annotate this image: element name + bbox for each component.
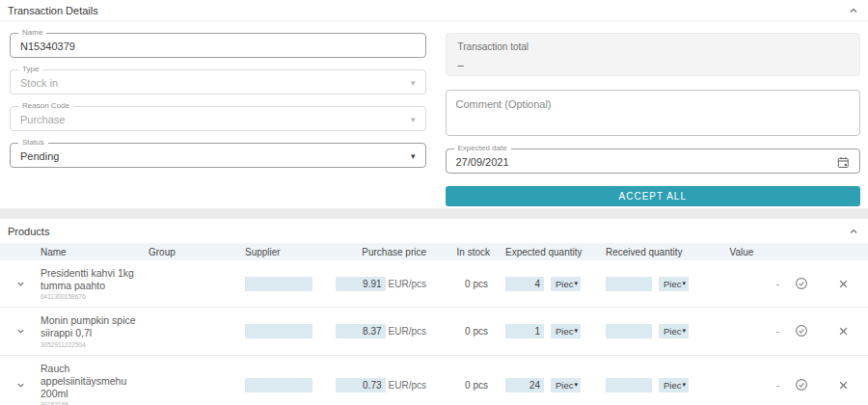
products-table-header: Name Group Supplier Purchase price In st… [0, 243, 868, 260]
check-circle-icon[interactable] [795, 277, 808, 290]
reason-code-field-label: Reason Code [18, 101, 73, 110]
status-field[interactable]: Status Pending ▾ [10, 143, 426, 168]
name-field-label: Name [18, 28, 46, 37]
col-expected-quantity: Expected quantity [490, 247, 590, 257]
reason-code-field[interactable]: Reason Code Purchase ▾ [10, 106, 426, 131]
chevron-up-icon[interactable] [849, 227, 858, 236]
product-name: Rauch appelsiinitäysmehu 200ml [41, 363, 145, 400]
chevron-down-icon: ▾ [574, 327, 578, 335]
product-name: Presidentti kahvi 1kg tumma paahto [41, 267, 145, 292]
transaction-total-label: Transaction total [458, 41, 849, 52]
section-divider [0, 208, 868, 219]
expected-qty-input[interactable] [505, 324, 544, 338]
transaction-total-panel: Transaction total – [446, 33, 861, 76]
purchase-price-input[interactable] [336, 378, 386, 392]
chevron-down-icon: ▾ [682, 327, 686, 335]
transaction-details-title: Transaction Details [8, 5, 98, 16]
table-row: Monin pumpkin spice siirappi 0,7l 305291… [0, 308, 868, 355]
transaction-total-value: – [458, 59, 849, 70]
expected-unit-select[interactable]: Piec ▾ [551, 324, 581, 338]
product-code: 90163168 [41, 401, 145, 405]
reason-code-value: Purchase [20, 114, 411, 125]
transaction-details-form: Name Type Stock in ▾ Reason Code Purchas… [0, 21, 868, 206]
chevron-down-icon: ▾ [682, 280, 686, 287]
chevron-down-icon: ▾ [411, 116, 416, 124]
supplier-input[interactable] [245, 378, 312, 392]
check-circle-icon[interactable] [795, 378, 808, 392]
chevron-down-icon: ▾ [574, 280, 578, 287]
chevron-down-icon: ▾ [411, 152, 416, 161]
received-qty-input[interactable] [606, 277, 652, 291]
supplier-input[interactable] [245, 277, 312, 291]
product-group [149, 377, 245, 392]
col-supplier: Supplier [245, 247, 328, 257]
table-row: Presidentti kahvi 1kg tumma paahto 64113… [0, 260, 868, 308]
comment-input[interactable] [447, 91, 860, 135]
chevron-down-icon: ▾ [682, 381, 686, 389]
product-code: 3052911222504 [41, 341, 145, 348]
product-group [149, 276, 245, 291]
chevron-down-icon[interactable] [16, 280, 25, 288]
col-in-stock: In stock [426, 247, 490, 257]
received-qty-input[interactable] [606, 324, 652, 338]
expected-unit-select[interactable]: Piec ▾ [551, 277, 581, 291]
col-purchase-price: Purchase price [328, 247, 426, 257]
in-stock-value: 0 pcs [426, 372, 490, 398]
product-name: Monin pumpkin spice siirappi 0,7l [41, 314, 145, 339]
row-expander[interactable] [0, 327, 41, 336]
products-table: Name Group Supplier Purchase price In st… [0, 243, 868, 405]
check-circle-icon[interactable] [795, 324, 808, 338]
status-field-label: Status [18, 138, 48, 147]
received-qty-input[interactable] [606, 378, 652, 392]
products-title: Products [8, 226, 49, 237]
row-expander[interactable] [0, 280, 41, 288]
transaction-page: Transaction Details Name Type Stock in ▾… [0, 0, 868, 405]
in-stock-value: 0 pcs [426, 318, 490, 344]
received-unit-select[interactable]: Piec ▾ [659, 277, 689, 291]
type-field[interactable]: Type Stock in ▾ [10, 69, 426, 94]
comment-field [446, 90, 861, 136]
expected-qty-input[interactable] [505, 378, 544, 392]
status-value: Pending [20, 150, 411, 162]
expected-date-field[interactable]: Expected date [446, 148, 861, 174]
col-value: Value [704, 247, 779, 257]
expected-date-input[interactable] [456, 156, 838, 168]
form-right-column: Transaction total – Expected date ACCEPT… [446, 33, 861, 206]
expected-unit-select[interactable]: Piec ▾ [551, 378, 581, 392]
chevron-up-icon[interactable] [849, 6, 858, 15]
transaction-details-header: Transaction Details [0, 0, 868, 21]
received-unit-select[interactable]: Piec ▾ [659, 378, 689, 392]
accept-all-button[interactable]: ACCEPT ALL [446, 186, 861, 206]
type-value: Stock in [20, 77, 411, 89]
price-unit: EUR/pcs [389, 326, 426, 337]
row-value: - [704, 372, 779, 398]
purchase-price-input[interactable] [336, 277, 386, 291]
close-icon[interactable] [838, 279, 849, 289]
received-unit-select[interactable]: Piec ▾ [659, 324, 689, 338]
price-unit: EUR/pcs [389, 380, 426, 391]
chevron-down-icon[interactable] [16, 381, 25, 390]
chevron-down-icon: ▾ [411, 79, 416, 88]
price-unit: EUR/pcs [389, 279, 426, 289]
in-stock-value: 0 pcs [426, 271, 490, 297]
close-icon[interactable] [838, 380, 849, 391]
row-value: - [704, 271, 779, 297]
col-received-quantity: Received quantity [590, 247, 704, 257]
expected-qty-input[interactable] [505, 277, 544, 291]
purchase-price-input[interactable] [336, 324, 386, 338]
row-expander[interactable] [0, 381, 41, 390]
chevron-down-icon[interactable] [16, 327, 25, 336]
chevron-down-icon: ▾ [574, 381, 578, 389]
product-group [149, 323, 245, 338]
row-value: - [704, 318, 779, 344]
calendar-icon[interactable] [837, 156, 850, 169]
products-header: Products [0, 219, 868, 243]
col-name: Name [41, 247, 149, 257]
name-field[interactable]: Name [10, 33, 426, 58]
name-input[interactable] [20, 40, 416, 52]
supplier-input[interactable] [245, 324, 312, 338]
close-icon[interactable] [838, 326, 849, 337]
product-code: 6411300158676 [41, 293, 145, 300]
col-group: Group [149, 247, 245, 257]
expected-date-label: Expected date [454, 144, 511, 152]
